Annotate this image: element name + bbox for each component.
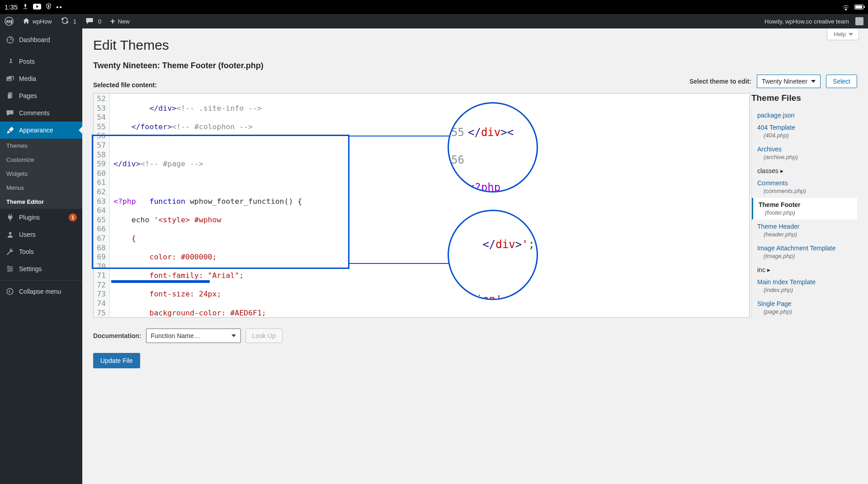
chevron-down-icon xyxy=(849,33,853,36)
media-icon xyxy=(5,74,14,83)
menu-users[interactable]: Users xyxy=(0,226,82,243)
upload-icon xyxy=(22,3,28,11)
chevron-down-icon xyxy=(231,334,236,337)
updates-count: 1 xyxy=(73,18,76,25)
theme-file-filename: (footer.php) xyxy=(765,209,852,216)
submenu-widgets[interactable]: Widgets xyxy=(0,167,82,181)
content-area: Help Edit Themes Twenty Nineteen: Theme … xyxy=(82,28,868,484)
submenu-themes[interactable]: Themes xyxy=(0,139,82,153)
selector-label: Select theme to edit: xyxy=(689,78,751,85)
theme-file-link: Main Index Template xyxy=(757,278,852,286)
battery-icon xyxy=(854,5,863,9)
theme-file-item[interactable]: inc ▸ xyxy=(752,263,857,275)
submenu-menus[interactable]: Menus xyxy=(0,181,82,195)
menu-comments[interactable]: Comments xyxy=(0,104,82,122)
annotation-magnifier-bottom: </div>'; ion' );?> xyxy=(448,210,538,300)
theme-file-filename: (404.php) xyxy=(764,132,852,139)
theme-file-item[interactable]: Single Page(page.php) xyxy=(752,297,857,319)
admin-menu: Dashboard Posts Media Pages Comments App… xyxy=(0,28,82,484)
device-status-bar: 1:35 •• xyxy=(0,0,868,14)
comments-icon xyxy=(5,108,14,117)
theme-file-filename: (header.php) xyxy=(764,231,852,238)
theme-select[interactable]: Twenty Nineteer xyxy=(757,75,821,88)
theme-files-list[interactable]: package.json404 Template(404.php)Archive… xyxy=(751,108,857,319)
help-tab[interactable]: Help xyxy=(827,28,859,40)
theme-file-item[interactable]: Theme Footer(footer.php) xyxy=(751,198,857,220)
menu-posts[interactable]: Posts xyxy=(0,53,82,70)
theme-file-item[interactable]: Theme Header(header.php) xyxy=(752,220,857,241)
dashboard-icon xyxy=(5,35,14,44)
comment-icon xyxy=(85,17,94,26)
svg-point-16 xyxy=(9,270,10,272)
plus-icon: + xyxy=(110,17,115,26)
user-menu[interactable]: Howdy, wpHow.co creative team xyxy=(760,14,868,28)
avatar-icon xyxy=(855,17,863,25)
new-content[interactable]: + New xyxy=(106,14,134,28)
theme-file-item[interactable]: Image Attachment Template(image.php) xyxy=(752,241,857,263)
comments-indicator[interactable]: 0 xyxy=(81,14,106,28)
svg-point-14 xyxy=(8,266,9,268)
update-file-button[interactable]: Update File xyxy=(93,353,140,368)
tools-icon xyxy=(5,247,14,256)
dots-icon: •• xyxy=(56,3,63,11)
theme-file-filename: (comments.php) xyxy=(764,188,852,194)
theme-file-filename: (image.php) xyxy=(764,253,852,259)
documentation-select[interactable]: Function Name… xyxy=(146,329,241,343)
menu-media[interactable]: Media xyxy=(0,70,82,87)
lookup-button[interactable]: Look Up xyxy=(245,329,283,343)
theme-file-item[interactable]: 404 Template(404.php) xyxy=(752,121,857,142)
theme-file-item[interactable]: Comments(comments.php) xyxy=(752,176,857,198)
theme-file-link: Comments xyxy=(757,179,852,187)
wp-admin-bar: wpHow 1 0 + New Howdy, wpHow.co creative… xyxy=(0,14,868,28)
documentation-placeholder: Function Name… xyxy=(151,332,200,339)
annotation-connector-top xyxy=(349,136,455,136)
theme-file-item[interactable]: Archives(archive.php) xyxy=(752,142,857,164)
submenu-theme-editor[interactable]: Theme Editor xyxy=(0,195,82,209)
menu-label: Settings xyxy=(19,265,42,273)
menu-pages[interactable]: Pages xyxy=(0,87,82,104)
editor-wrap: 5253545556575859606162636465666768697071… xyxy=(93,93,750,319)
theme-file-link: Archives xyxy=(757,146,852,153)
menu-label: Tools xyxy=(19,248,34,255)
shield-icon xyxy=(46,3,52,11)
annotation-underline xyxy=(111,280,210,283)
comments-count: 0 xyxy=(98,18,101,25)
menu-label: Users xyxy=(19,231,36,238)
theme-files-heading: Theme Files xyxy=(751,93,857,103)
menu-label: Media xyxy=(19,75,36,82)
menu-label: Plugins xyxy=(19,214,40,221)
theme-file-link: 404 Template xyxy=(757,124,852,131)
menu-appearance[interactable]: Appearance xyxy=(0,122,82,139)
menu-dashboard[interactable]: Dashboard xyxy=(0,31,82,48)
theme-select-value: Twenty Nineteer xyxy=(762,78,807,85)
theme-file-item[interactable]: classes ▸ xyxy=(752,164,857,176)
submenu-customize[interactable]: Customize xyxy=(0,153,82,167)
theme-file-filename: (index.php) xyxy=(764,287,852,293)
youtube-icon xyxy=(33,3,41,11)
wp-logo[interactable] xyxy=(0,14,18,28)
settings-icon xyxy=(5,264,14,273)
menu-label: Pages xyxy=(19,92,37,99)
theme-file-filename: (page.php) xyxy=(764,308,852,315)
menu-label: Posts xyxy=(19,58,35,65)
collapse-menu[interactable]: Collapse menu xyxy=(0,283,82,300)
theme-file-item[interactable]: package.json xyxy=(752,108,857,121)
plugins-icon xyxy=(5,213,14,222)
menu-plugins[interactable]: Plugins 1 xyxy=(0,209,82,226)
site-home[interactable]: wpHow xyxy=(18,14,57,28)
collapse-icon xyxy=(5,287,14,296)
theme-file-item[interactable]: Main Index Template(index.php) xyxy=(752,275,857,297)
theme-file-link: inc ▸ xyxy=(757,266,852,273)
menu-label: Dashboard xyxy=(19,36,50,43)
select-button[interactable]: Select xyxy=(826,75,857,88)
menu-tools[interactable]: Tools xyxy=(0,243,82,260)
page-title: Edit Themes xyxy=(93,38,857,53)
code-editor[interactable]: 5253545556575859606162636465666768697071… xyxy=(93,93,750,318)
menu-settings[interactable]: Settings xyxy=(0,260,82,277)
theme-files-panel: Theme Files package.json404 Template(404… xyxy=(751,93,857,319)
chevron-down-icon xyxy=(811,80,816,83)
svg-point-15 xyxy=(10,268,12,270)
howdy-text: Howdy, wpHow.co creative team xyxy=(764,18,849,25)
updates[interactable]: 1 xyxy=(57,14,81,28)
theme-file-link: Single Page xyxy=(757,300,852,307)
